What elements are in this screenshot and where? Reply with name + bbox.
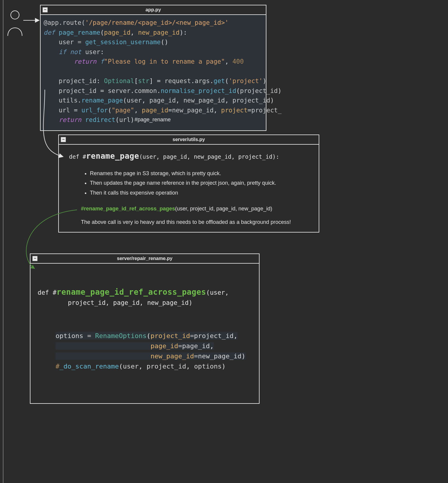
list-item: Renames the page in S3 storage, which is…: [90, 169, 314, 178]
function-signature: def #rename_page_id_ref_across_pages(use…: [38, 286, 255, 308]
collapse-icon[interactable]: −: [32, 256, 38, 261]
code-line: page_id=page_id,: [56, 341, 255, 351]
function-name-rename-page: rename_page: [86, 152, 139, 161]
code-line: utils.rename_page(user, page_id, new_pag…: [44, 96, 262, 106]
code-line: new_page_id=new_page_id): [56, 351, 255, 361]
code-block-app-py: @app.route('/page/rename/<page_id>/<new_…: [41, 15, 266, 130]
panel-header: − server/utils.py: [59, 135, 319, 145]
code-line: options = RenameOptions(project_id=proje…: [56, 331, 255, 341]
code-line: return f"Please log in to rename a page"…: [44, 57, 262, 67]
panel-caption: #page_rename: [40, 117, 265, 123]
panel-header: − server/repair_rename.py: [30, 254, 259, 264]
code-line: #_do_scan_rename(user, project_id, optio…: [56, 361, 255, 372]
collapse-icon[interactable]: −: [61, 137, 66, 142]
panel-body-repair: def #rename_page_id_ref_across_pages(use…: [30, 264, 259, 403]
panel-repair-rename-py: − server/repair_rename.py def #rename_pa…: [30, 253, 260, 404]
panel-title: server/repair_rename.py: [117, 256, 173, 261]
code-line: [44, 67, 262, 77]
left-margin-line: [3, 0, 3, 483]
panel-title: server/utils.py: [173, 137, 205, 142]
description-list: Renames the page in S3 storage, which is…: [90, 169, 314, 197]
panel-header: − app.py: [41, 5, 266, 15]
panel-app-py: − app.py @app.route('/page/rename/<page_…: [40, 5, 266, 131]
code-line: project_id: Optional[str] = request.args…: [44, 76, 262, 86]
code-line: user = get_session_username(): [44, 37, 262, 47]
code-line: @app.route('/page/rename/<page_id>/<new_…: [44, 18, 262, 28]
expensive-call: #rename_page_id_ref_across_pages(user, p…: [81, 204, 314, 213]
list-item: Then updates the page name reference in …: [90, 179, 314, 187]
list-item: Then it calls this expensive operation: [90, 189, 314, 197]
panel-title: app.py: [145, 7, 161, 12]
code-line: project_id = server.common.normalise_pro…: [44, 86, 262, 96]
code-line: def page_rename(page_id, new_page_id):: [44, 28, 262, 38]
svg-point-0: [11, 11, 19, 19]
panel-body-utils: def #rename_page(user, page_id, new_page…: [59, 145, 319, 232]
collapse-icon[interactable]: −: [42, 7, 48, 13]
ref-rename-across-pages: #rename_page_id_ref_across_pages: [81, 206, 175, 212]
code-block-repair: options = RenameOptions(project_id=proje…: [56, 331, 255, 372]
user-icon: [6, 10, 24, 36]
code-line: url = url_for("page", page_id=new_page_i…: [44, 106, 262, 115]
panel-utils-py: − server/utils.py def #rename_page(user,…: [58, 134, 319, 233]
note-io-heavy: The above call is very io heavy and this…: [81, 218, 314, 227]
code-line: if not user:: [44, 47, 262, 57]
function-name-rename-across-pages: rename_page_id_ref_across_pages: [56, 288, 206, 296]
function-signature: def #rename_page(user, page_id, new_page…: [69, 150, 314, 163]
